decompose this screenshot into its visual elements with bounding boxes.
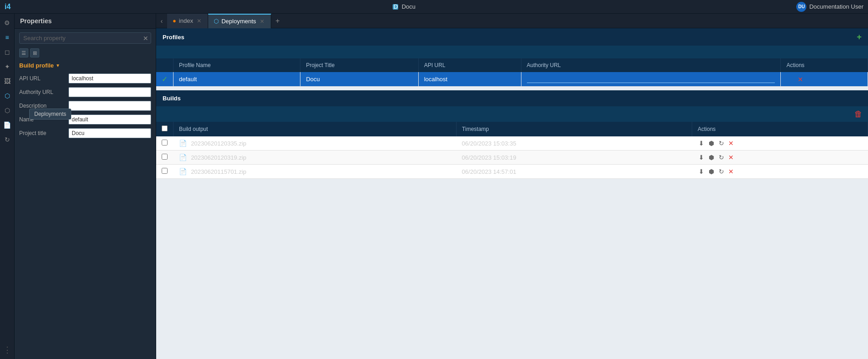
row-timestamp-1: 06/20/2023 15:03:19: [456, 151, 692, 165]
row-authority-url[interactable]: [521, 72, 781, 87]
sidebar-deploy[interactable]: ⬡: [1, 89, 14, 102]
api-url-row: API URL: [15, 72, 156, 85]
refresh-icon-1[interactable]: ↻: [719, 154, 724, 161]
file-icon: 📄: [179, 168, 187, 175]
tab-nav-back[interactable]: ‹: [156, 14, 167, 28]
table-row[interactable]: ✓ default Docu localhost ⬢ ✕: [156, 72, 868, 87]
delete-icon-1[interactable]: ✕: [728, 154, 734, 161]
download-icon-1[interactable]: ⬇: [699, 154, 704, 161]
col-authority-url: Authority URL: [521, 58, 781, 72]
file-name-2: 20230620115701.zip: [191, 168, 246, 175]
authority-url-row: Authority URL: [15, 85, 156, 99]
user-avatar: DU: [796, 2, 806, 12]
authority-url-label: Authority URL: [19, 89, 65, 95]
tab-deployments-icon: ⬡: [214, 18, 219, 25]
deployments-tooltip: Deployments: [29, 109, 71, 120]
table-row: 📄 20230620120335.zip 06/20/2023 15:03:35…: [156, 136, 868, 151]
properties-panel: Properties ✕ ☰ ⊞ Build profile ▼ API URL…: [15, 14, 156, 359]
row-checkbox-0[interactable]: [156, 136, 174, 151]
delete-icon-0[interactable]: ✕: [728, 140, 734, 147]
select-all-checkbox[interactable]: [162, 125, 168, 131]
search-input[interactable]: [19, 32, 151, 44]
topbar-title: D Docu: [392, 3, 416, 10]
row-api-url: localhost: [418, 72, 521, 87]
build-profile-section[interactable]: Build profile ▼: [15, 60, 156, 72]
user-info[interactable]: DU Documentation User: [796, 2, 863, 12]
sidebar-data[interactable]: ✦: [1, 60, 14, 73]
project-title-label: Project title: [19, 130, 65, 136]
description-label: Description: [19, 103, 65, 109]
tab-add-button[interactable]: +: [271, 14, 284, 28]
row-0-checkbox[interactable]: [162, 140, 168, 146]
row-check: ✓: [156, 72, 174, 87]
svg-text:D: D: [394, 3, 398, 10]
authority-url-field[interactable]: [68, 87, 151, 97]
sidebar-settings[interactable]: ⚙: [1, 16, 14, 29]
check-icon: ✓: [162, 75, 168, 83]
row-actions: ⬢ ✕: [781, 72, 868, 87]
sidebar-refresh[interactable]: ↻: [1, 133, 14, 146]
sidebar-components[interactable]: ◻: [1, 46, 14, 58]
sidebar-images[interactable]: 🖼: [1, 75, 14, 88]
sidebar-docs[interactable]: 📄: [1, 119, 14, 131]
col-actions: Actions: [781, 58, 868, 72]
file-name-0: 20230620120335.zip: [191, 140, 246, 147]
content-scroll: Profiles + Profile Name Project Title AP…: [156, 28, 868, 359]
builds-delete-button[interactable]: 🗑: [854, 109, 863, 119]
row-checkbox-1[interactable]: [156, 151, 174, 165]
tab-deployments[interactable]: ⬡ Deployments ✕: [208, 14, 271, 28]
row-profile-name: default: [174, 72, 300, 87]
grid-view-button[interactable]: ⊞: [30, 48, 39, 57]
api-url-label: API URL: [19, 75, 65, 82]
description-field[interactable]: [68, 101, 151, 111]
table-row: 📄 20230620120319.zip 06/20/2023 15:03:19…: [156, 151, 868, 165]
row-file-1: 📄 20230620120319.zip: [174, 151, 457, 165]
api-url-field[interactable]: [68, 73, 151, 83]
deploy-action-icon[interactable]: ⬢: [788, 76, 793, 83]
tab-deployments-label: Deployments: [221, 18, 256, 25]
user-name: Documentation User: [809, 3, 863, 10]
col-build-output: Build output: [174, 122, 457, 136]
deploy-icon-2[interactable]: ⬢: [709, 168, 714, 175]
delete-action-icon[interactable]: ✕: [798, 76, 803, 83]
chevron-down-icon: ▼: [56, 63, 60, 68]
sidebar-more[interactable]: ⋮: [1, 343, 14, 356]
name-field[interactable]: [68, 114, 151, 125]
table-row: 📄 20230620115701.zip 06/20/2023 14:57:01…: [156, 165, 868, 179]
tab-index-close[interactable]: ✕: [196, 18, 202, 24]
project-title-field[interactable]: [68, 128, 151, 138]
col-project-title: Project Title: [300, 58, 419, 72]
props-toolbar: ☰ ⊞: [15, 47, 156, 60]
profiles-header: Profiles +: [156, 28, 868, 46]
profiles-title: Profiles: [163, 34, 184, 41]
authority-url-inline-field[interactable]: [527, 76, 775, 83]
deploy-icon-1[interactable]: ⬢: [709, 154, 714, 161]
file-name-1: 20230620120319.zip: [191, 154, 246, 161]
deploy-icon-0[interactable]: ⬢: [709, 140, 714, 147]
docu-icon: D: [392, 3, 399, 10]
builds-title: Builds: [163, 95, 181, 102]
profiles-toolbar: [156, 46, 868, 58]
profiles-add-button[interactable]: +: [857, 33, 862, 41]
tabs-bar: ‹ ● index ✕ ⬡ Deployments ✕ +: [156, 14, 868, 28]
sidebar-pages[interactable]: ≡: [1, 31, 14, 44]
row-2-checkbox[interactable]: [162, 168, 168, 174]
properties-header: Properties: [15, 14, 156, 29]
download-icon-2[interactable]: ⬇: [699, 168, 704, 175]
search-clear-button[interactable]: ✕: [143, 35, 148, 42]
tab-deployments-close[interactable]: ✕: [259, 18, 265, 25]
download-icon-0[interactable]: ⬇: [699, 140, 704, 147]
refresh-icon-0[interactable]: ↻: [719, 140, 724, 147]
tab-index[interactable]: ● index ✕: [167, 14, 208, 28]
col-profile-name: Profile Name: [174, 58, 300, 72]
list-view-button[interactable]: ☰: [19, 48, 28, 57]
build-profile-label: Build profile: [19, 62, 54, 69]
delete-icon-2[interactable]: ✕: [728, 168, 734, 175]
file-icon: 📄: [179, 140, 187, 147]
sidebar-plugins[interactable]: ⬡: [1, 104, 14, 117]
row-1-checkbox[interactable]: [162, 154, 168, 160]
refresh-icon-2[interactable]: ↻: [719, 168, 724, 175]
row-checkbox-2[interactable]: [156, 165, 174, 179]
row-project-title: Docu: [300, 72, 419, 87]
builds-table: Build output Timestamp Actions 📄 2023062…: [156, 122, 868, 179]
